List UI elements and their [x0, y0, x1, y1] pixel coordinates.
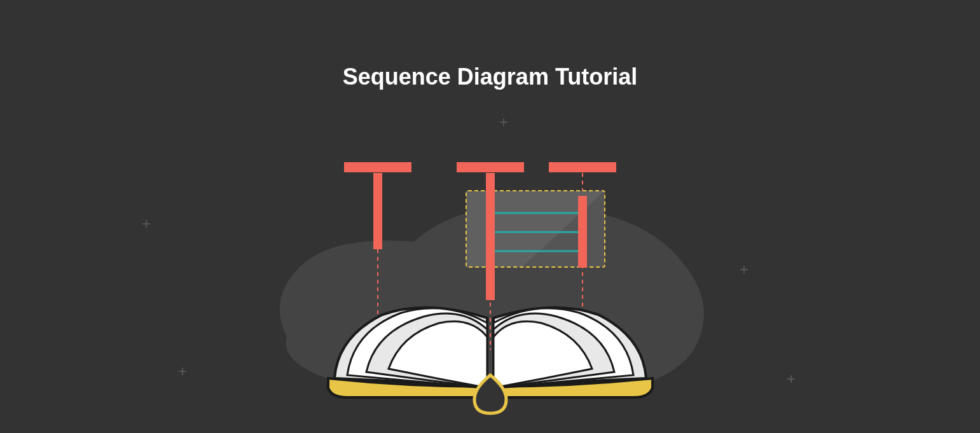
activation-bar — [486, 173, 495, 300]
decorative-plus-icon: + — [178, 362, 187, 380]
participant-header — [457, 162, 524, 172]
participant-header — [549, 162, 616, 172]
page-title: Sequence Diagram Tutorial — [343, 64, 637, 90]
book-sequence-diagram-illustration — [236, 140, 745, 420]
participant-header — [344, 162, 411, 172]
decorative-plus-icon: + — [787, 370, 796, 388]
decorative-plus-icon: + — [142, 215, 151, 233]
activation-bar — [578, 196, 587, 268]
decorative-plus-icon: + — [499, 113, 508, 131]
activation-bar — [373, 173, 382, 249]
